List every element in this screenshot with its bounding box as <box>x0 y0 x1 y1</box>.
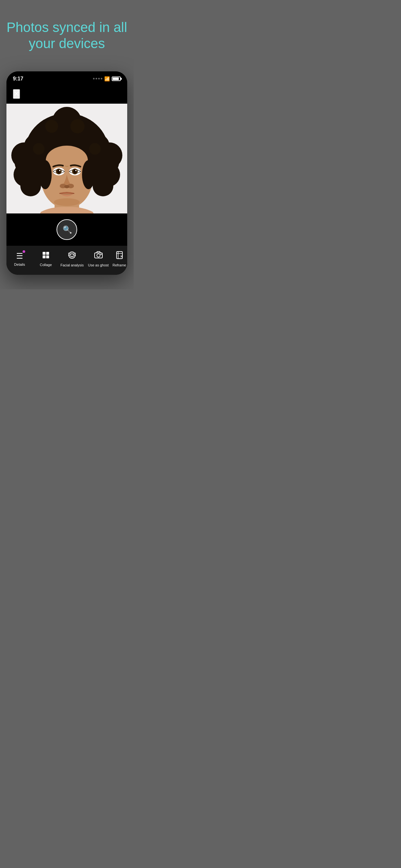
reframe-label: Reframe <box>112 263 126 267</box>
svg-rect-56 <box>117 252 122 259</box>
ghost-camera-icon <box>94 251 103 261</box>
status-time: 9:17 <box>13 76 23 82</box>
collage-icon <box>42 251 50 261</box>
svg-point-13 <box>93 176 113 196</box>
details-label: Details <box>14 262 25 267</box>
ghost-camera-label: Use as ghost <box>88 263 109 267</box>
svg-point-26 <box>46 146 88 175</box>
svg-point-23 <box>33 143 44 155</box>
search-icon: 🔍 ★ <box>63 225 71 234</box>
reframe-icon <box>116 251 123 261</box>
phone-frame: 9:17 📶 ✕ <box>6 71 127 275</box>
details-badge <box>23 250 25 253</box>
svg-point-27 <box>39 160 52 189</box>
toolbar-item-facial-analysis[interactable]: Facial analysis <box>59 250 85 268</box>
svg-point-47 <box>71 254 72 255</box>
svg-rect-44 <box>46 255 49 258</box>
battery-fill <box>113 78 119 80</box>
facial-analysis-label: Facial analysis <box>60 263 84 267</box>
status-bar: 9:17 📶 <box>6 71 127 84</box>
svg-rect-42 <box>46 252 49 255</box>
facial-analysis-icon <box>68 251 76 261</box>
toolbar-item-collage[interactable]: Collage <box>33 250 59 268</box>
toolbar-item-reframe[interactable]: Reframe <box>112 250 127 268</box>
signal-dot-3 <box>98 78 100 80</box>
status-icons: 📶 <box>93 76 121 82</box>
svg-rect-43 <box>42 255 45 258</box>
svg-point-24 <box>89 143 101 155</box>
svg-point-32 <box>59 170 60 171</box>
signal-dot-1 <box>93 78 95 80</box>
headline: Photos synced in all your devices <box>6 20 127 52</box>
face-svg <box>6 104 127 213</box>
details-icon: ☰ <box>16 252 23 260</box>
svg-point-36 <box>75 170 76 171</box>
close-button[interactable]: ✕ <box>13 89 20 99</box>
svg-point-39 <box>64 185 69 188</box>
bottom-black-area: 🔍 ★ <box>6 213 127 246</box>
svg-rect-55 <box>100 254 102 255</box>
signal-dot-2 <box>96 78 97 80</box>
toolbar-item-details[interactable]: ☰ Details <box>6 250 33 268</box>
svg-point-8 <box>20 176 41 196</box>
svg-point-21 <box>45 120 58 133</box>
signal-dots <box>93 78 102 80</box>
top-black-area: ✕ <box>6 84 127 104</box>
svg-point-40 <box>54 198 80 206</box>
toolbar-item-use-as-ghost[interactable]: Use as ghost <box>85 250 112 268</box>
wifi-icon: 📶 <box>104 76 110 82</box>
visual-search-button[interactable]: 🔍 ★ <box>57 219 77 240</box>
svg-point-54 <box>97 254 100 257</box>
collage-label: Collage <box>40 263 52 267</box>
svg-point-22 <box>70 119 85 133</box>
toolbar: ☰ Details Collage <box>6 246 127 275</box>
svg-point-28 <box>82 160 95 189</box>
svg-point-48 <box>73 254 73 255</box>
svg-rect-41 <box>42 252 45 255</box>
signal-dot-4 <box>101 78 102 80</box>
star-badge: ★ <box>69 231 72 235</box>
outer-background: Photos synced in all your devices 9:17 📶… <box>0 0 134 284</box>
battery-icon <box>112 76 121 81</box>
photo-area <box>6 104 127 213</box>
